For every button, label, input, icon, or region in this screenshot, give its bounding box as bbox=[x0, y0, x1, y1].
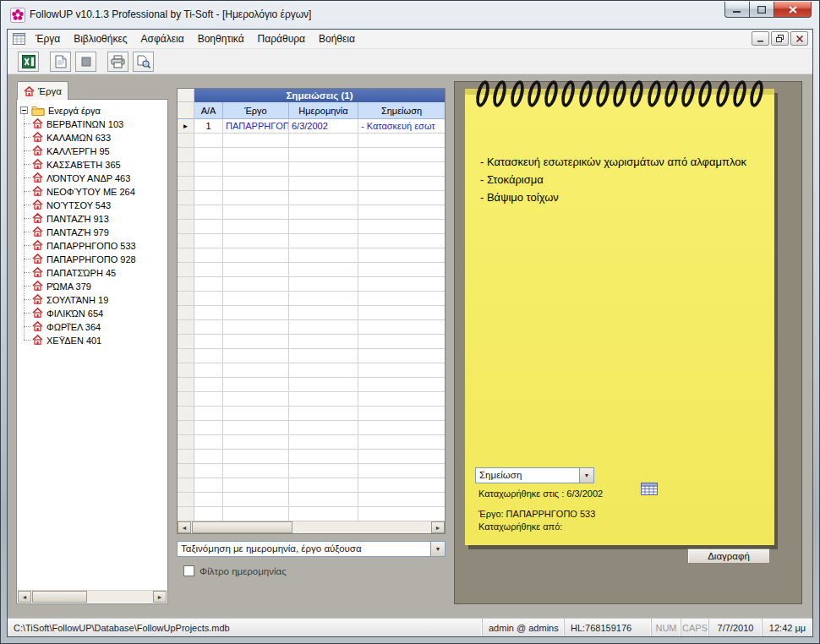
menu-item[interactable]: Βιβλιοθήκες bbox=[67, 30, 134, 47]
delete-button[interactable]: Διαγραφή bbox=[687, 548, 770, 564]
grid-cell bbox=[289, 248, 358, 263]
tree-item[interactable]: ΦΙΛΙΚΏΝ 654 bbox=[19, 306, 166, 319]
grid-cell[interactable]: - Κατασκευή εσωτ bbox=[358, 119, 445, 134]
tree-item[interactable]: ΦΩΡΪΈΛ 364 bbox=[19, 319, 166, 333]
print-preview-button[interactable] bbox=[133, 52, 154, 72]
grid-cell bbox=[289, 277, 358, 292]
caps-lock-indicator: CAPS bbox=[681, 619, 709, 636]
scroll-left-icon[interactable]: ◄ bbox=[18, 591, 31, 603]
scroll-track[interactable] bbox=[31, 591, 153, 603]
scroll-right-icon[interactable]: ► bbox=[431, 521, 445, 533]
scroll-left-icon[interactable]: ◄ bbox=[178, 521, 191, 533]
grid-header: Α/ΑΈργοΗμερομηνίαΣημείωση bbox=[178, 102, 445, 119]
grid-cell bbox=[289, 407, 358, 421]
grid-cell bbox=[223, 507, 289, 521]
tab-projects[interactable]: Έργα bbox=[17, 81, 68, 100]
grid-cell[interactable]: 6/3/2002 bbox=[289, 119, 358, 134]
grid-row-selected[interactable]: ►1ΠΑΠΑΡΡΗΓΟΠΟ6/3/2002- Κατασκευή εσωτ bbox=[178, 119, 445, 134]
grid-row-empty bbox=[178, 205, 445, 220]
tree-item[interactable]: ΧΕΫΔΕΝ 401 bbox=[19, 333, 166, 347]
mdi-minimize-button[interactable] bbox=[752, 31, 769, 46]
house-icon bbox=[32, 294, 43, 304]
database-path: C:\TiSoft\FollowUP\Database\FollowUpProj… bbox=[8, 619, 483, 636]
tree-item-label: ΣΟΥΛΤΆΝΗ 19 bbox=[46, 294, 108, 305]
grid-cell bbox=[289, 450, 358, 464]
tree-item[interactable]: ΛΌΝΤΟΥ ΑΝΔΡ 463 bbox=[19, 171, 166, 184]
tree-item[interactable]: ΠΑΝΤΑΖΉ 979 bbox=[19, 225, 166, 238]
grid-cell bbox=[289, 478, 358, 493]
minimize-button[interactable] bbox=[724, 2, 749, 18]
notes-panel: Σημειώσεις (1) Α/ΑΈργοΗμερομηνίαΣημείωση… bbox=[177, 88, 446, 604]
row-selector-cell bbox=[178, 320, 194, 335]
collapse-icon[interactable] bbox=[20, 106, 28, 114]
grid-cell bbox=[289, 306, 358, 320]
column-header[interactable]: Ημερομηνία bbox=[289, 102, 358, 119]
menu-item[interactable]: Βοήθεια bbox=[312, 30, 362, 47]
mini-table-icon[interactable] bbox=[641, 483, 658, 495]
chevron-down-icon[interactable]: ▼ bbox=[430, 542, 445, 556]
tree-item[interactable]: ΚΑΛΛΈΡΓΗ 95 bbox=[19, 144, 166, 157]
app-client-area: ΈργαΒιβλιοθήκεςΑσφάλειαΒοηθητικάΠαράθυρα… bbox=[7, 29, 813, 637]
excel-export-button[interactable] bbox=[18, 52, 39, 72]
row-selector-header bbox=[178, 102, 194, 119]
grid-horizontal-scrollbar[interactable]: ◄ ► bbox=[178, 521, 445, 533]
close-button[interactable] bbox=[774, 2, 812, 18]
column-header[interactable]: Α/Α bbox=[194, 102, 223, 119]
mdi-close-button[interactable] bbox=[790, 31, 808, 46]
scroll-right-icon[interactable]: ► bbox=[153, 591, 167, 603]
tree-item[interactable]: ΝΟΎΤΣΟΥ 543 bbox=[19, 198, 166, 211]
tree-item[interactable]: ΚΑΣΣΑΒΈΤΗ 365 bbox=[19, 157, 166, 171]
document-button[interactable] bbox=[50, 52, 71, 72]
house-icon bbox=[32, 321, 43, 331]
tree-item[interactable]: ΣΟΥΛΤΆΝΗ 19 bbox=[19, 292, 166, 306]
scroll-thumb[interactable] bbox=[192, 521, 292, 533]
menu-item[interactable]: Παράθυρα bbox=[251, 30, 312, 47]
menu-item[interactable]: Βοηθητικά bbox=[191, 30, 251, 47]
column-header[interactable]: Έργο bbox=[223, 102, 289, 119]
tree-horizontal-scrollbar[interactable]: ◄ ► bbox=[18, 590, 167, 603]
tree-item[interactable]: ΠΑΠΑΡΡΗΓΟΠΟ 928 bbox=[19, 252, 166, 265]
scroll-track[interactable] bbox=[191, 521, 431, 533]
row-selector-cell bbox=[178, 191, 194, 205]
grid-cell bbox=[358, 234, 445, 248]
maximize-button[interactable] bbox=[749, 2, 774, 18]
chevron-down-icon[interactable]: ▼ bbox=[579, 468, 593, 483]
column-header[interactable]: Σημείωση bbox=[358, 102, 445, 119]
stop-button[interactable] bbox=[75, 52, 96, 72]
grid-cell bbox=[289, 435, 358, 450]
tree-item[interactable]: ΝΕΟΦΎΤΟΥ ΜΕ 264 bbox=[19, 184, 166, 198]
mdi-restore-button[interactable] bbox=[771, 31, 789, 46]
coil bbox=[560, 79, 577, 108]
note-text[interactable]: - Κατασκευή εσωτερικών χωρισμάτων από αλ… bbox=[480, 153, 763, 206]
menu-item[interactable]: Ασφάλεια bbox=[134, 30, 191, 47]
print-button[interactable] bbox=[107, 52, 128, 72]
grid-cell bbox=[358, 392, 445, 407]
tree-item[interactable]: ΠΑΠΑΤΣΏΡΗ 45 bbox=[19, 265, 166, 279]
tab-projects-label: Έργα bbox=[38, 86, 62, 96]
grid-cell bbox=[358, 407, 445, 421]
grid-cell bbox=[194, 493, 223, 507]
menu-item[interactable]: Έργα bbox=[29, 30, 67, 47]
tree-item[interactable]: ΡΏΜΑ 379 bbox=[19, 279, 166, 292]
tree-item[interactable]: ΠΑΝΤΑΖΉ 913 bbox=[19, 211, 166, 225]
house-icon bbox=[32, 335, 43, 345]
grid-cell bbox=[194, 450, 223, 464]
grid-row-empty bbox=[178, 378, 445, 392]
tree-root[interactable]: Ενεργά έργα bbox=[19, 103, 166, 117]
grid-cell[interactable]: 1 bbox=[194, 119, 223, 134]
grid-cell bbox=[289, 320, 358, 335]
print-preview-icon bbox=[137, 55, 150, 68]
grid-cell[interactable]: ΠΑΠΑΡΡΗΓΟΠΟ bbox=[223, 119, 289, 134]
tree-item[interactable]: ΚΑΛΑΜΩΝ 633 bbox=[19, 130, 166, 144]
tree-item[interactable]: ΒΕΡΒΑΤΙΝΩΝ 103 bbox=[19, 117, 166, 130]
row-selector-cell[interactable]: ► bbox=[178, 119, 194, 134]
grid-cell bbox=[289, 349, 358, 363]
note-type-combobox[interactable]: Σημείωση ▼ bbox=[475, 467, 594, 483]
tree-item-label: ΚΑΣΣΑΒΈΤΗ 365 bbox=[46, 159, 121, 170]
print-icon bbox=[111, 55, 125, 68]
tree-item[interactable]: ΠΑΠΑΡΡΗΓΟΠΟ 533 bbox=[19, 238, 166, 252]
date-filter-checkbox[interactable] bbox=[183, 565, 194, 576]
sort-combobox[interactable]: Ταξινόμηση με ημερομηνία, έργο αύξουσα ▼ bbox=[177, 541, 446, 557]
scroll-thumb[interactable] bbox=[32, 591, 87, 603]
grid-cell bbox=[358, 292, 445, 306]
